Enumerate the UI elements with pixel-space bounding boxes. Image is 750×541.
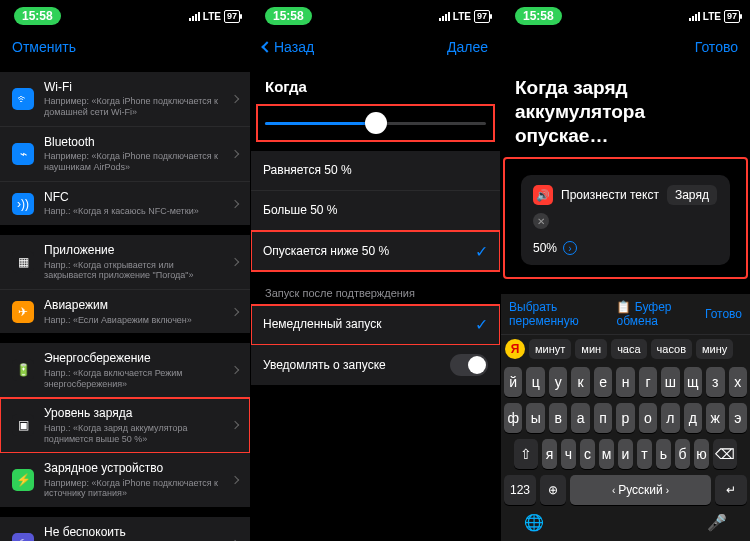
trigger-row[interactable]: 🔋 Энергосбережение Напр.: «Когда включае… bbox=[0, 343, 250, 398]
threshold-option[interactable]: Больше 50 % bbox=[251, 191, 500, 231]
wifi-icon: ᯤ bbox=[12, 88, 34, 110]
key-р[interactable]: р bbox=[616, 403, 634, 433]
key-ц[interactable]: ц bbox=[526, 367, 544, 397]
globe-icon[interactable]: 🌐 bbox=[524, 513, 544, 532]
automation-title: Когда заряд аккумулятора опускае… bbox=[501, 62, 750, 151]
signal-icon bbox=[439, 12, 450, 21]
clipboard-button[interactable]: 📋 Буфер обмена bbox=[616, 300, 704, 328]
return-key[interactable]: ↵ bbox=[715, 475, 747, 505]
row-subtitle: Напр.: «Если Авиарежим включен» bbox=[44, 315, 222, 326]
time-pill: 15:58 bbox=[265, 7, 312, 25]
toggle-switch[interactable] bbox=[450, 354, 488, 376]
key-у[interactable]: у bbox=[549, 367, 567, 397]
row-subtitle: Напр.: «Когда я касаюсь NFC-метки» bbox=[44, 206, 222, 217]
key-щ[interactable]: щ bbox=[684, 367, 702, 397]
run-option[interactable]: Уведомлять о запуске bbox=[251, 345, 500, 385]
key-я[interactable]: я bbox=[542, 439, 557, 469]
key-х[interactable]: х bbox=[729, 367, 747, 397]
chevron-right-icon bbox=[231, 150, 239, 158]
yandex-icon[interactable]: Я bbox=[505, 339, 525, 359]
text-line2: 50% bbox=[533, 241, 557, 255]
expand-icon[interactable]: › bbox=[563, 241, 577, 255]
key-с[interactable]: с bbox=[580, 439, 595, 469]
trigger-row[interactable]: ✈ Авиарежим Напр.: «Если Авиарежим включ… bbox=[0, 290, 250, 333]
key-э[interactable]: э bbox=[729, 403, 747, 433]
key-о[interactable]: о bbox=[639, 403, 657, 433]
key-н[interactable]: н bbox=[616, 367, 634, 397]
key-е[interactable]: е bbox=[594, 367, 612, 397]
time-pill: 15:58 bbox=[515, 7, 562, 25]
row-label: Энергосбережение bbox=[44, 351, 222, 365]
pick-variable-button[interactable]: Выбрать переменную bbox=[509, 300, 616, 328]
kb-done-button[interactable]: Готово bbox=[705, 307, 742, 321]
threshold-option[interactable]: Равняется 50 % bbox=[251, 151, 500, 191]
trigger-row[interactable]: ›)) NFC Напр.: «Когда я касаюсь NFC-метк… bbox=[0, 182, 250, 225]
key-л[interactable]: л bbox=[661, 403, 679, 433]
action-highlight: 🔊 Произнести текст Заряд ✕ 50% › bbox=[505, 159, 746, 277]
shift-key[interactable]: ⇧ bbox=[514, 439, 538, 469]
suggestion[interactable]: минут bbox=[529, 339, 571, 359]
key-ж[interactable]: ж bbox=[706, 403, 724, 433]
trigger-row[interactable]: ▣ Уровень заряда Напр.: «Когда заряд акк… bbox=[0, 398, 250, 453]
space-key[interactable]: ‹Русский› bbox=[570, 475, 711, 505]
chevron-right-icon bbox=[231, 421, 239, 429]
key-ш[interactable]: ш bbox=[661, 367, 679, 397]
trigger-list[interactable]: ᯤ Wi-Fi Например: «Когда iPhone подключа… bbox=[0, 72, 250, 541]
key-ч[interactable]: ч bbox=[561, 439, 576, 469]
batt-icon: ▣ bbox=[12, 414, 34, 436]
suggestion[interactable]: мин bbox=[575, 339, 607, 359]
key-г[interactable]: г bbox=[639, 367, 657, 397]
suggestion[interactable]: часов bbox=[651, 339, 692, 359]
done-button[interactable]: Готово bbox=[695, 39, 738, 55]
threshold-option[interactable]: Опускается ниже 50 %✓ bbox=[251, 231, 500, 271]
row-subtitle: Например: «Когда iPhone подключается к и… bbox=[44, 478, 222, 500]
clear-icon[interactable]: ✕ bbox=[533, 213, 549, 229]
key-ю[interactable]: ю bbox=[694, 439, 709, 469]
chevron-right-icon bbox=[231, 95, 239, 103]
row-label: Уровень заряда bbox=[44, 406, 222, 420]
battery-icon: 97 bbox=[724, 10, 740, 23]
trigger-row[interactable]: ᯤ Wi-Fi Например: «Когда iPhone подключа… bbox=[0, 72, 250, 127]
key-п[interactable]: п bbox=[594, 403, 612, 433]
next-button[interactable]: Далее bbox=[447, 39, 488, 55]
suggestion[interactable]: часа bbox=[611, 339, 646, 359]
time-pill: 15:58 bbox=[14, 7, 61, 25]
battery-icon: 97 bbox=[474, 10, 490, 23]
key-ь[interactable]: ь bbox=[656, 439, 671, 469]
key-б[interactable]: б bbox=[675, 439, 690, 469]
backspace-key[interactable]: ⌫ bbox=[713, 439, 737, 469]
phone-triggers: 15:58 LTE 97 Отменить ᯤ Wi-Fi Например: … bbox=[0, 0, 250, 541]
slider-highlight bbox=[257, 105, 494, 141]
mic-icon[interactable]: 🎤 bbox=[707, 513, 727, 532]
threshold-options: Равняется 50 %Больше 50 %Опускается ниже… bbox=[251, 151, 500, 271]
trigger-row[interactable]: ⚡ Зарядное устройство Например: «Когда i… bbox=[0, 453, 250, 507]
next-keyboard-key[interactable]: ⊕ bbox=[540, 475, 566, 505]
key-д[interactable]: д bbox=[684, 403, 702, 433]
moon-icon: ☾ bbox=[12, 533, 34, 541]
key-а[interactable]: а bbox=[571, 403, 589, 433]
key-в[interactable]: в bbox=[549, 403, 567, 433]
speak-text-action[interactable]: 🔊 Произнести текст Заряд ✕ 50% › bbox=[521, 175, 730, 265]
row-label: Bluetooth bbox=[44, 135, 222, 149]
key-й[interactable]: й bbox=[504, 367, 522, 397]
key-к[interactable]: к bbox=[571, 367, 589, 397]
trigger-row[interactable]: ▦ Приложение Напр.: «Когда открывается и… bbox=[0, 235, 250, 290]
run-option[interactable]: Немедленный запуск✓ bbox=[251, 305, 500, 345]
trigger-row[interactable]: ⌁ Bluetooth Например: «Когда iPhone подк… bbox=[0, 127, 250, 182]
suggestion[interactable]: мину bbox=[696, 339, 733, 359]
row-label: Авиарежим bbox=[44, 298, 222, 312]
text-value[interactable]: Заряд bbox=[667, 185, 717, 205]
key-ф[interactable]: ф bbox=[504, 403, 522, 433]
key-ы[interactable]: ы bbox=[526, 403, 544, 433]
trigger-row[interactable]: ☾ Не беспокоить Напр.: «Когда включается… bbox=[0, 517, 250, 541]
key-з[interactable]: з bbox=[706, 367, 724, 397]
key-т[interactable]: т bbox=[637, 439, 652, 469]
key-и[interactable]: и bbox=[618, 439, 633, 469]
status-bar: 15:58 LTE 97 bbox=[501, 0, 750, 32]
back-button[interactable]: Назад bbox=[263, 39, 314, 55]
battery-slider[interactable] bbox=[265, 109, 486, 137]
nav-bar: Отменить bbox=[0, 32, 250, 62]
numbers-key[interactable]: 123 bbox=[504, 475, 536, 505]
cancel-button[interactable]: Отменить bbox=[12, 39, 76, 55]
key-м[interactable]: м bbox=[599, 439, 614, 469]
